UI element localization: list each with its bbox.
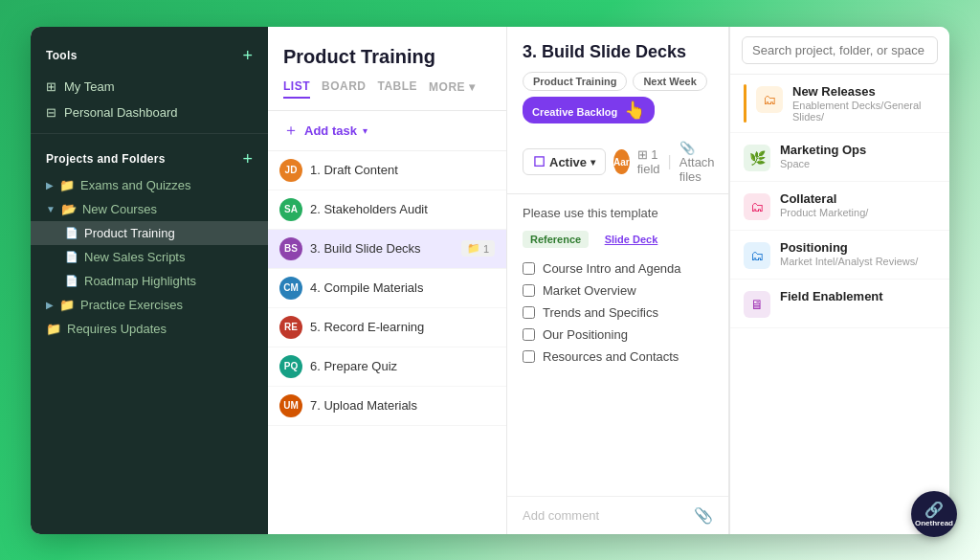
badge-count: 1 — [483, 243, 489, 255]
add-task-label: Add task — [304, 123, 357, 138]
dropdown-item-text: Positioning Market Intel/Analyst Reviews… — [780, 240, 936, 267]
doc-icon: 📄 — [65, 227, 78, 239]
item-name: New Releases — [792, 84, 936, 99]
sidebar-item-roadmap-highlights[interactable]: 📄 Roadmap Highlights — [31, 269, 268, 293]
task-item[interactable]: UM 7. Upload Materials — [268, 387, 506, 426]
chevron-right-icon: ▶ — [46, 300, 54, 310]
sidebar-folder-exams-and-quizzes[interactable]: ▶ 📁 Exams and Quizzes — [31, 173, 268, 197]
tab-more[interactable]: MORE ▾ — [429, 79, 475, 99]
sidebar-item-personal-dashboard[interactable]: ⊟ Personal Dashboard — [31, 100, 268, 125]
status-button[interactable]: ☐ Active ▾ — [523, 148, 606, 175]
item-sub: Market Intel/Analyst Reviews/ — [780, 256, 936, 267]
add-comment-input[interactable]: Add comment — [523, 508, 599, 523]
sidebar-folder-new-courses[interactable]: ▼ 📂 New Courses — [31, 197, 268, 221]
dropdown-item-new-releases[interactable]: 🗂 New Releases Enablement Decks/General … — [730, 75, 949, 133]
chevron-right-icon: ▶ — [46, 180, 54, 190]
onethread-badge[interactable]: 🔗 Onethread — [911, 491, 957, 537]
task-panel: Product Training LIST BOARD TABLE MORE ▾… — [268, 27, 507, 534]
attach-icon[interactable]: 📎 — [694, 506, 713, 525]
sidebar-folder-practice-exercises[interactable]: ▶ 📁 Practice Exercises — [31, 293, 268, 317]
task-item[interactable]: JD 1. Draft Content — [268, 151, 506, 190]
task-name: 7. Upload Materials — [310, 398, 495, 413]
field-icon: ⊞ — [637, 147, 648, 162]
task-item[interactable]: RE 5. Record E-learning — [268, 308, 506, 347]
item-name: Collateral — [780, 191, 936, 206]
dropdown-search — [730, 27, 949, 75]
folder-icon-small: 📁 — [467, 242, 480, 255]
slide-deck-link[interactable]: Slide Deck — [597, 231, 666, 248]
dropdown-panel: 🗂 New Releases Enablement Decks/General … — [729, 27, 949, 534]
sidebar-folder-requires-updates[interactable]: 📁 Requires Updates — [31, 317, 268, 341]
sidebar-item-my-team[interactable]: ⊞ My Team — [31, 74, 268, 100]
checklist-checkbox[interactable] — [523, 306, 535, 319]
doc-icon: 📄 — [65, 275, 78, 287]
checklist-label: Trends and Specifics — [543, 305, 658, 320]
checklist-checkbox[interactable] — [523, 350, 535, 363]
sidebar-item-label: Personal Dashboard — [64, 105, 178, 120]
tools-add-button[interactable]: + — [242, 46, 253, 66]
chevron-down-icon: ▾ — [363, 125, 368, 136]
task-item[interactable]: PQ 6. Prepare Quiz — [268, 347, 506, 387]
marketing-icon: 🌿 — [744, 145, 770, 171]
field-enablement-icon: 🖥 — [744, 291, 770, 318]
checklist-item: Resources and Contacts — [523, 346, 713, 368]
tab-list[interactable]: LIST — [283, 79, 310, 99]
grid-icon: ⊞ — [46, 79, 56, 94]
dropdown-item-collateral[interactable]: 🗂 Collateral Product Marketing/ — [730, 182, 949, 231]
checklist-checkbox[interactable] — [523, 284, 535, 297]
ref-tag[interactable]: Reference — [523, 231, 589, 248]
task-list: JD 1. Draft Content SA 2. Stakeholders A… — [268, 151, 506, 534]
checklist-label: Course Intro and Agenda — [543, 261, 681, 276]
sidebar-item-new-sales-scripts[interactable]: 📄 New Sales Scripts — [31, 245, 268, 269]
task-detail-title: 3. Build Slide Decks — [523, 42, 713, 62]
dropdown-item-positioning[interactable]: 🗂 Positioning Market Intel/Analyst Revie… — [730, 231, 949, 280]
dropdown-item-marketing-ops[interactable]: 🌿 Marketing Ops Space — [730, 133, 949, 182]
tab-board[interactable]: BOARD — [322, 79, 367, 99]
folder-label: Practice Exercises — [80, 298, 183, 312]
task-name: 4. Compile Materials — [310, 280, 495, 295]
task-name: 5. Record E-learning — [310, 320, 495, 334]
item-sub: Enablement Decks/General Slides/ — [792, 100, 936, 123]
tag-next-week[interactable]: Next Week — [633, 72, 706, 91]
checklist-item: Our Positioning — [523, 324, 713, 346]
doc-icon: 📄 — [65, 251, 78, 263]
item-name: Marketing Ops — [780, 143, 936, 157]
task-item-selected[interactable]: BS 3. Build Slide Decks 📁 1 — [268, 230, 506, 269]
avatar: CM — [279, 277, 302, 300]
checklist-checkbox[interactable] — [523, 328, 535, 341]
positioning-icon: 🗂 — [744, 242, 770, 269]
tab-table[interactable]: TABLE — [378, 79, 418, 99]
chevron-down-icon: ▾ — [590, 157, 595, 168]
dropdown-item-field-enablement[interactable]: 🖥 Field Enablement — [730, 280, 949, 328]
checklist-checkbox[interactable] — [523, 262, 535, 275]
checklist-label: Our Positioning — [543, 327, 628, 342]
task-item[interactable]: SA 2. Stakeholders Audit — [268, 190, 506, 230]
task-item[interactable]: CM 4. Compile Materials — [268, 269, 506, 308]
task-detail-tags: Product Training Next Week Creative Back… — [523, 72, 713, 123]
chevron-down-icon: ▼ — [46, 204, 56, 214]
sidebar-sub-item-label: Roadmap Highlights — [84, 274, 196, 288]
sidebar-item-product-training[interactable]: 📄 Product Training — [31, 221, 268, 245]
template-notice: Please use this template — [523, 206, 713, 220]
avatar: SA — [279, 198, 302, 221]
task-panel-tabs: LIST BOARD TABLE MORE ▾ — [283, 79, 491, 99]
task-detail-body: Please use this template Reference Slide… — [507, 194, 728, 496]
task-name: 1. Draft Content — [310, 163, 495, 177]
projects-add-button[interactable]: + — [242, 149, 253, 169]
tag-creative-backlog[interactable]: Creative Backlog 👆 — [523, 97, 655, 123]
task-panel-header: Product Training LIST BOARD TABLE MORE ▾ — [268, 27, 506, 111]
folder-icon: 📁 — [59, 178, 75, 192]
tag-product-training[interactable]: Product Training — [523, 72, 627, 91]
fields-label[interactable]: ⊞ 1 field — [637, 147, 660, 176]
item-sub: Space — [780, 158, 936, 169]
search-input[interactable] — [742, 36, 938, 64]
attach-label[interactable]: 📎 Attach files — [679, 141, 715, 184]
checklist-item: Market Overview — [523, 280, 713, 302]
assignee-avatar[interactable]: Aar — [613, 149, 630, 174]
avatar: UM — [279, 394, 302, 417]
main-content: Product Training LIST BOARD TABLE MORE ▾… — [268, 27, 949, 534]
task-name: 3. Build Slide Decks — [310, 241, 454, 256]
add-task-bar[interactable]: ＋ Add task ▾ — [268, 111, 506, 151]
onethread-icon: 🔗 — [924, 501, 944, 519]
onethread-label: Onethread — [915, 519, 953, 527]
